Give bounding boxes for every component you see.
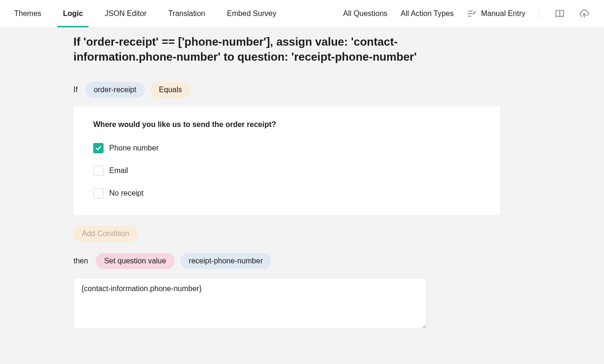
question-preview-title: Where would you like us to send the orde… bbox=[93, 120, 480, 129]
tab-translation[interactable]: Translation bbox=[168, 0, 205, 27]
tabs-left-group: Themes Logic JSON Editor Translation Emb… bbox=[14, 0, 276, 27]
tabs-right-group: All Questions All Action Types Manual En… bbox=[343, 0, 590, 27]
action-target-pill[interactable]: receipt-phone-number bbox=[180, 253, 271, 269]
add-condition-button[interactable]: Add Condition bbox=[73, 226, 138, 242]
tab-logic[interactable]: Logic bbox=[63, 0, 83, 27]
rule-title: If 'order-receipt' == ['phone-number'], … bbox=[73, 34, 500, 65]
action-type-pill[interactable]: Set question value bbox=[96, 253, 175, 269]
option-label: Phone number bbox=[109, 144, 159, 152]
content-area: If 'order-receipt' == ['phone-number'], … bbox=[0, 28, 604, 364]
tab-themes[interactable]: Themes bbox=[14, 0, 41, 27]
option-phone-number[interactable]: Phone number bbox=[93, 143, 480, 153]
action-value-textarea[interactable] bbox=[73, 277, 427, 329]
checkbox-email[interactable] bbox=[93, 166, 104, 176]
manual-entry-label: Manual Entry bbox=[481, 9, 525, 18]
top-tabs: Themes Logic JSON Editor Translation Emb… bbox=[0, 0, 604, 28]
option-label: Email bbox=[109, 166, 128, 175]
book-icon[interactable] bbox=[554, 8, 565, 19]
checkbox-no-receipt[interactable] bbox=[93, 188, 104, 198]
question-preview-card: Where would you like us to send the orde… bbox=[73, 106, 500, 215]
filter-all-questions[interactable]: All Questions bbox=[343, 9, 387, 18]
action-line: then Set question value receipt-phone-nu… bbox=[73, 253, 500, 269]
divider bbox=[539, 7, 539, 20]
manual-entry-button[interactable]: Manual Entry bbox=[467, 8, 525, 19]
checkbox-phone-number[interactable] bbox=[93, 143, 104, 153]
option-no-receipt[interactable]: No receipt bbox=[93, 188, 480, 198]
condition-line: If order-receipt Equals bbox=[73, 82, 500, 98]
option-email[interactable]: Email bbox=[93, 166, 480, 176]
cloud-upload-icon[interactable] bbox=[579, 8, 590, 19]
tab-embed-survey[interactable]: Embed Survey bbox=[227, 0, 276, 27]
if-keyword: If bbox=[73, 86, 78, 94]
then-keyword: then bbox=[73, 257, 88, 265]
filter-all-action-types[interactable]: All Action Types bbox=[401, 9, 454, 18]
manual-entry-icon bbox=[467, 8, 477, 19]
tab-json-editor[interactable]: JSON Editor bbox=[105, 0, 146, 27]
option-label: No receipt bbox=[109, 189, 144, 198]
condition-question-pill[interactable]: order-receipt bbox=[85, 82, 145, 98]
condition-operator-pill[interactable]: Equals bbox=[151, 82, 191, 98]
